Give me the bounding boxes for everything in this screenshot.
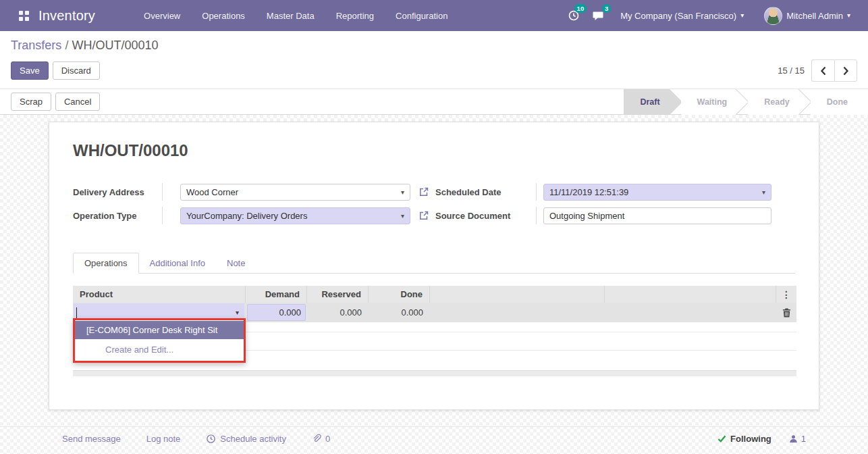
external-link-icon[interactable] bbox=[418, 210, 432, 221]
delivery-address-field[interactable]: Wood Corner ▾ bbox=[180, 184, 410, 201]
send-message-button[interactable]: Send message bbox=[62, 434, 121, 444]
field-row-2: Operation Type YourCompany: Delivery Ord… bbox=[73, 207, 795, 224]
text-cursor bbox=[76, 307, 77, 318]
source-document-field[interactable]: Outgoing Shipment bbox=[543, 207, 771, 224]
activity-badge: 10 bbox=[574, 4, 587, 13]
status-step-waiting[interactable]: Waiting bbox=[681, 89, 737, 115]
messages-icon[interactable]: 3 bbox=[589, 8, 607, 23]
pager-next-button[interactable] bbox=[834, 59, 857, 82]
demand-input[interactable]: 0.000 bbox=[247, 304, 306, 321]
pager-buttons bbox=[811, 59, 857, 82]
activity-clock-icon[interactable]: 10 bbox=[565, 8, 582, 23]
user-menu[interactable]: Mitchell Admin ▾ bbox=[757, 7, 857, 25]
attachments-button[interactable]: 0 bbox=[312, 434, 330, 444]
kebab-icon: ⋮ bbox=[782, 289, 791, 300]
menu-master-data[interactable]: Master Data bbox=[257, 7, 324, 25]
caret-down-icon: ▾ bbox=[401, 212, 404, 220]
table-footer-strip bbox=[73, 370, 796, 376]
record-title: WH/OUT/00010 bbox=[73, 141, 795, 160]
chatter-toolbar: Send message Log note Schedule activity … bbox=[49, 434, 819, 444]
column-done[interactable]: Done bbox=[369, 286, 430, 303]
follower-count: 1 bbox=[801, 434, 806, 444]
caret-down-icon: ▾ bbox=[401, 188, 404, 196]
reserved-cell[interactable]: 0.000 bbox=[307, 303, 369, 322]
delete-row-button[interactable] bbox=[776, 303, 796, 322]
column-blank bbox=[605, 286, 776, 303]
breadcrumb-transfers[interactable]: Transfers bbox=[11, 39, 61, 52]
cancel-button[interactable]: Cancel bbox=[55, 93, 100, 111]
caret-down-icon: ▾ bbox=[740, 12, 744, 19]
tab-note[interactable]: Note bbox=[216, 253, 256, 273]
status-row: Scrap Cancel Draft Waiting Ready Done bbox=[0, 89, 868, 115]
status-step-draft[interactable]: Draft bbox=[624, 89, 669, 115]
pager: 15 / 15 bbox=[778, 59, 857, 82]
scrap-button[interactable]: Scrap bbox=[11, 93, 51, 111]
caret-down-icon: ▾ bbox=[762, 188, 765, 196]
chatter-right: Following 1 bbox=[717, 434, 806, 444]
tab-additional-info[interactable]: Additional Info bbox=[139, 253, 216, 273]
schedule-activity-button[interactable]: Schedule activity bbox=[206, 434, 286, 444]
breadcrumb-separator: / bbox=[65, 39, 68, 52]
done-cell[interactable]: 0.000 bbox=[369, 303, 430, 322]
blank-cell bbox=[430, 303, 605, 322]
column-blank bbox=[430, 286, 605, 303]
status-step-done[interactable]: Done bbox=[811, 89, 868, 115]
tab-operations[interactable]: Operations bbox=[73, 253, 139, 274]
operation-type-field[interactable]: YourCompany: Delivery Orders ▾ bbox=[180, 207, 410, 224]
breadcrumb-current: WH/OUT/00010 bbox=[72, 39, 158, 52]
followers-button[interactable]: 1 bbox=[789, 434, 806, 444]
delivery-address-label: Delivery Address bbox=[73, 183, 163, 201]
chatter-separator bbox=[0, 426, 868, 427]
field-row-1: Delivery Address Wood Corner ▾ Scheduled… bbox=[73, 183, 795, 201]
menu-operations[interactable]: Operations bbox=[192, 7, 254, 25]
blank-cell bbox=[605, 303, 776, 322]
avatar bbox=[764, 7, 782, 25]
form-sheet: WH/OUT/00010 Delivery Address Wood Corne… bbox=[49, 122, 819, 410]
breadcrumb: Transfers / WH/OUT/00010 bbox=[11, 39, 857, 53]
app-name[interactable]: Inventory bbox=[38, 8, 95, 24]
demand-cell: 0.000 bbox=[246, 303, 307, 322]
autocomplete-option-product[interactable]: [E-COM06] Corner Desk Right Sit bbox=[75, 321, 244, 339]
record-actions: Scrap Cancel bbox=[11, 93, 100, 111]
scheduled-date-label: Scheduled Date bbox=[435, 183, 537, 201]
scheduled-date-field[interactable]: 11/11/2019 12:51:39 ▾ bbox=[543, 184, 771, 201]
autocomplete-option-create-and-edit[interactable]: Create and Edit... bbox=[75, 340, 244, 359]
control-buttons: Save Discard 15 / 15 bbox=[11, 59, 857, 82]
source-document-label: Source Document bbox=[435, 207, 537, 224]
top-navbar: Inventory Overview Operations Master Dat… bbox=[0, 0, 868, 31]
company-name: My Company (San Francisco) bbox=[620, 11, 736, 21]
save-button[interactable]: Save bbox=[11, 61, 49, 80]
optional-columns-toggle[interactable]: ⋮ bbox=[776, 286, 796, 303]
company-switcher[interactable]: My Company (San Francisco) ▾ bbox=[614, 11, 751, 21]
caret-down-icon: ▾ bbox=[847, 12, 850, 19]
following-button[interactable]: Following bbox=[717, 434, 771, 444]
message-badge: 3 bbox=[602, 4, 611, 13]
menu-configuration[interactable]: Configuration bbox=[386, 7, 457, 25]
pager-previous-button[interactable] bbox=[811, 59, 834, 82]
caret-down-icon: ▾ bbox=[236, 309, 239, 316]
notebook-tabs: Operations Additional Info Note bbox=[73, 253, 795, 274]
discard-button[interactable]: Discard bbox=[53, 61, 100, 80]
follower-person-icon bbox=[789, 434, 798, 443]
column-demand[interactable]: Demand bbox=[246, 286, 307, 303]
attachment-count: 0 bbox=[325, 434, 330, 444]
systray: 10 3 My Company (San Francisco) ▾ Mitche… bbox=[565, 7, 857, 25]
apps-grid-icon[interactable] bbox=[19, 11, 29, 21]
paperclip-icon bbox=[312, 434, 321, 444]
column-reserved[interactable]: Reserved bbox=[307, 286, 369, 303]
status-step-ready[interactable]: Ready bbox=[748, 89, 799, 115]
product-autocomplete-dropdown: [E-COM06] Corner Desk Right Sit Create a… bbox=[73, 318, 246, 363]
operation-type-label: Operation Type bbox=[73, 207, 163, 224]
chevron-right-icon bbox=[842, 66, 849, 76]
pager-count: 15 / 15 bbox=[778, 66, 805, 76]
menu-overview[interactable]: Overview bbox=[134, 7, 190, 25]
check-icon bbox=[717, 434, 726, 443]
clock-icon bbox=[206, 434, 216, 444]
log-note-button[interactable]: Log note bbox=[146, 434, 181, 444]
trash-icon bbox=[782, 308, 791, 318]
column-product[interactable]: Product bbox=[73, 286, 246, 303]
external-link-icon[interactable] bbox=[418, 186, 432, 197]
menu-reporting[interactable]: Reporting bbox=[327, 7, 383, 25]
form-view-background: WH/OUT/00010 Delivery Address Wood Corne… bbox=[0, 115, 868, 454]
nav-menus: Overview Operations Master Data Reportin… bbox=[134, 7, 457, 25]
